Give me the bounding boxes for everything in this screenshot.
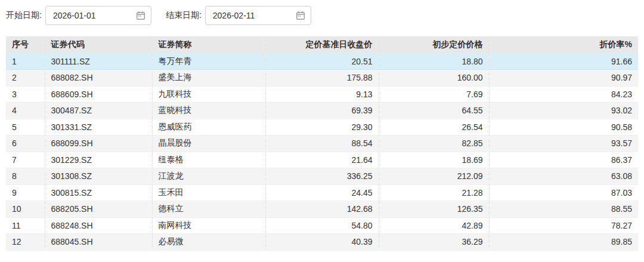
table-row[interactable]: 9300815.SZ玉禾田24.4521.2887.03 [6, 184, 638, 201]
cell-name: 恩威医药 [152, 119, 265, 135]
table-row[interactable]: 10688205.SH德科立142.68126.3588.55 [6, 201, 638, 218]
cell-base-close: 24.45 [265, 184, 379, 201]
cell-discount: 91.66 [489, 53, 638, 70]
table-row[interactable]: 7301229.SZ纽泰格21.6418.6986.37 [6, 152, 638, 168]
cell-index: 4 [6, 103, 45, 119]
cell-name: 南网科技 [152, 217, 265, 234]
cell-index: 6 [6, 135, 45, 152]
col-header-code[interactable]: 证券代码 [45, 36, 152, 53]
cell-discount: 78.27 [489, 217, 638, 234]
cell-code: 688082.SH [45, 70, 152, 87]
start-date-field: 开始日期: [6, 6, 151, 25]
cell-name: 粤万年青 [152, 53, 265, 70]
table-row[interactable]: 3688609.SH九联科技9.137.6984.23 [6, 86, 638, 103]
end-date-label: 结束日期: [166, 10, 202, 21]
cell-prelim-price: 212.09 [379, 168, 489, 185]
cell-base-close: 29.30 [265, 119, 379, 135]
cell-discount: 88.55 [489, 201, 638, 218]
table-header: 序号证券代码证券简称定价基准日收盘价初步定价价格折价率% [6, 36, 638, 53]
cell-code: 688248.SH [45, 217, 152, 234]
cell-name: 盛美上海 [152, 70, 265, 87]
cell-discount: 87.03 [489, 184, 638, 201]
cell-base-close: 9.13 [265, 86, 379, 103]
cell-code: 688205.SH [45, 201, 152, 218]
cell-prelim-price: 36.29 [379, 234, 489, 251]
cell-name: 江波龙 [152, 168, 265, 185]
cell-base-close: 69.39 [265, 103, 379, 119]
cell-prelim-price: 18.80 [379, 53, 489, 70]
cell-prelim-price: 160.00 [379, 70, 489, 87]
cell-name: 德科立 [152, 201, 265, 218]
cell-base-close: 40.39 [265, 234, 379, 251]
table-row[interactable]: 1301111.SZ粤万年青20.5118.8091.66 [6, 53, 638, 70]
table-row[interactable]: 12688045.SH必易微40.3936.2989.85 [6, 234, 638, 251]
cell-name: 玉禾田 [152, 184, 265, 201]
calendar-icon[interactable] [296, 11, 305, 20]
cell-name: 蓝晓科技 [152, 103, 265, 119]
table-row[interactable]: 6688099.SH晶晨股份88.5482.8593.57 [6, 135, 638, 152]
cell-code: 301308.SZ [45, 168, 152, 185]
cell-code: 301111.SZ [45, 53, 152, 70]
cell-index: 10 [6, 201, 45, 218]
cell-code: 301229.SZ [45, 152, 152, 168]
cell-base-close: 54.80 [265, 217, 379, 234]
cell-index: 8 [6, 168, 45, 185]
cell-base-close: 175.88 [265, 70, 379, 87]
cell-base-close: 21.64 [265, 152, 379, 168]
cell-index: 9 [6, 184, 45, 201]
cell-prelim-price: 64.55 [379, 103, 489, 119]
cell-discount: 86.37 [489, 152, 638, 168]
cell-discount: 93.02 [489, 103, 638, 119]
cell-index: 12 [6, 234, 45, 251]
cell-index: 2 [6, 70, 45, 87]
cell-name: 纽泰格 [152, 152, 265, 168]
start-date-box [45, 6, 151, 25]
cell-discount: 90.58 [489, 119, 638, 135]
col-header-base-close[interactable]: 定价基准日收盘价 [265, 36, 379, 53]
cell-index: 1 [6, 53, 45, 70]
table-row[interactable]: 4300487.SZ蓝晓科技69.3964.5593.02 [6, 103, 638, 119]
cell-name: 晶晨股份 [152, 135, 265, 152]
cell-prelim-price: 42.89 [379, 217, 489, 234]
end-date-box [205, 6, 311, 25]
date-filter-bar: 开始日期: 结束日期: [6, 6, 638, 25]
cell-discount: 93.57 [489, 135, 638, 152]
cell-prelim-price: 82.85 [379, 135, 489, 152]
cell-prelim-price: 26.54 [379, 119, 489, 135]
cell-code: 688609.SH [45, 86, 152, 103]
col-header-discount[interactable]: 折价率% [489, 36, 638, 53]
cell-discount: 89.85 [489, 234, 638, 251]
cell-code: 300487.SZ [45, 103, 152, 119]
cell-base-close: 142.68 [265, 201, 379, 218]
cell-name: 九联科技 [152, 86, 265, 103]
calendar-icon[interactable] [136, 11, 145, 20]
col-header-prelim-price[interactable]: 初步定价价格 [379, 36, 489, 53]
cell-name: 必易微 [152, 234, 265, 251]
pricing-table: 序号证券代码证券简称定价基准日收盘价初步定价价格折价率% 1301111.SZ粤… [6, 36, 638, 251]
table-row[interactable]: 5301331.SZ恩威医药29.3026.5490.58 [6, 119, 638, 135]
cell-base-close: 20.51 [265, 53, 379, 70]
cell-base-close: 336.25 [265, 168, 379, 185]
cell-discount: 90.97 [489, 70, 638, 87]
table-row[interactable]: 8301308.SZ江波龙336.25212.0963.08 [6, 168, 638, 185]
cell-prelim-price: 126.35 [379, 201, 489, 218]
cell-base-close: 88.54 [265, 135, 379, 152]
col-header-name[interactable]: 证券简称 [152, 36, 265, 53]
cell-code: 301331.SZ [45, 119, 152, 135]
cell-index: 3 [6, 86, 45, 103]
end-date-field: 结束日期: [166, 6, 311, 25]
cell-discount: 63.08 [489, 168, 638, 185]
cell-discount: 84.23 [489, 86, 638, 103]
col-header-index[interactable]: 序号 [6, 36, 45, 53]
cell-code: 688099.SH [45, 135, 152, 152]
table-row[interactable]: 11688248.SH南网科技54.8042.8978.27 [6, 217, 638, 234]
cell-code: 300815.SZ [45, 184, 152, 201]
cell-prelim-price: 7.69 [379, 86, 489, 103]
start-date-label: 开始日期: [6, 10, 42, 21]
table-row[interactable]: 2688082.SH盛美上海175.88160.0090.97 [6, 70, 638, 87]
cell-index: 7 [6, 152, 45, 168]
cell-index: 5 [6, 119, 45, 135]
cell-code: 688045.SH [45, 234, 152, 251]
cell-prelim-price: 21.28 [379, 184, 489, 201]
page: 开始日期: 结束日期: [0, 0, 644, 257]
